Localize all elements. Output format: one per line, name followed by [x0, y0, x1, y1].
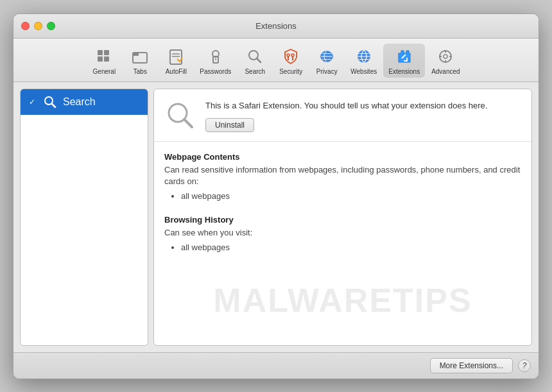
toolbar-item-general[interactable]: General	[87, 44, 121, 78]
close-button[interactable]	[21, 22, 30, 30]
toolbar-item-passwords[interactable]: Passwords	[194, 44, 236, 78]
checkbox-check-icon: ✓	[29, 98, 35, 106]
maximize-button[interactable]	[47, 22, 55, 30]
bottom-bar: More Extensions... ?	[13, 352, 539, 379]
uninstall-button[interactable]: Uninstall	[205, 118, 254, 132]
svg-rect-3	[104, 56, 109, 62]
privacy-label: Privacy	[316, 68, 338, 75]
extension-detail-panel: MALWARETIPS This is a Safari Extension. …	[153, 89, 532, 346]
window-controls	[21, 22, 55, 30]
websites-label: Websites	[350, 68, 377, 75]
list-item: all webpages	[181, 241, 521, 255]
extension-icon-large	[164, 99, 196, 132]
browsing-history-section: Browsing History Can see when you visit:…	[164, 215, 521, 255]
websites-icon	[354, 46, 374, 67]
browsing-history-list: all webpages	[164, 241, 521, 255]
extension-description: This is a Safari Extension. You should t…	[205, 99, 521, 112]
security-icon	[280, 46, 301, 67]
toolbar-item-search[interactable]: Search	[237, 44, 272, 78]
main-content: ✓ Search MALWARETIPS	[13, 82, 539, 352]
window-title: Extensions	[255, 21, 297, 31]
minimize-button[interactable]	[34, 22, 42, 30]
svg-rect-5	[133, 53, 139, 56]
toolbar-item-extensions[interactable]: Extensions	[383, 44, 425, 78]
svg-point-17	[291, 54, 294, 56]
toolbar-item-autofill[interactable]: AutoFill	[159, 44, 193, 78]
search-label: Search	[245, 68, 265, 75]
extension-detail-text: This is a Safari Extension. You should t…	[205, 99, 521, 133]
svg-rect-2	[98, 56, 103, 62]
svg-point-27	[444, 55, 447, 58]
search-icon	[245, 46, 265, 67]
safari-preferences-window: Extensions General	[13, 13, 539, 379]
detail-body: Webpage Contents Can read sensitive info…	[154, 142, 531, 345]
svg-line-35	[184, 119, 192, 127]
general-label: General	[93, 68, 116, 75]
security-label: Security	[279, 68, 302, 75]
privacy-icon	[316, 46, 337, 67]
svg-line-33	[52, 103, 56, 107]
autofill-label: AutoFill	[166, 68, 187, 75]
webpage-contents-title: Webpage Contents	[164, 152, 521, 162]
advanced-icon	[435, 46, 456, 67]
tabs-label: Tabs	[134, 68, 147, 75]
webpage-contents-section: Webpage Contents Can read sensitive info…	[164, 152, 521, 203]
help-button[interactable]: ?	[518, 359, 531, 372]
extensions-icon	[394, 46, 415, 67]
svg-rect-1	[104, 50, 109, 55]
extension-enabled-checkbox[interactable]: ✓	[27, 97, 37, 107]
more-extensions-button[interactable]: More Extensions...	[430, 358, 513, 373]
list-item: all webpages	[181, 190, 521, 203]
browsing-history-desc: Can see when you visit:	[164, 227, 521, 239]
extensions-label: Extensions	[388, 68, 420, 75]
passwords-icon	[205, 46, 226, 67]
passwords-label: Passwords	[200, 68, 231, 75]
extensions-sidebar: ✓ Search	[20, 89, 148, 346]
sidebar-item-search-ext[interactable]: ✓ Search	[21, 89, 148, 115]
browsing-history-title: Browsing History	[164, 215, 521, 225]
svg-point-15	[287, 54, 289, 56]
svg-line-13	[257, 58, 261, 62]
webpage-contents-desc: Can read sensitive information from webp…	[164, 164, 521, 187]
webpage-contents-list: all webpages	[164, 190, 521, 203]
toolbar-item-advanced[interactable]: Advanced	[426, 44, 465, 78]
sidebar-ext-search-icon	[42, 94, 58, 110]
toolbar-item-security[interactable]: Security	[273, 44, 308, 78]
advanced-label: Advanced	[431, 68, 460, 75]
toolbar-item-websites[interactable]: Websites	[345, 44, 382, 78]
tabs-icon	[130, 46, 150, 67]
sidebar-item-label: Search	[63, 96, 96, 108]
toolbar-item-tabs[interactable]: Tabs	[123, 44, 157, 78]
autofill-icon	[166, 46, 186, 67]
detail-header: This is a Safari Extension. You should t…	[154, 89, 531, 142]
svg-rect-0	[98, 50, 103, 55]
toolbar: General Tabs	[13, 38, 539, 82]
toolbar-item-privacy[interactable]: Privacy	[309, 44, 344, 78]
toolbar-items: General Tabs	[87, 44, 465, 78]
titlebar: Extensions	[13, 14, 539, 38]
general-icon	[94, 46, 114, 67]
